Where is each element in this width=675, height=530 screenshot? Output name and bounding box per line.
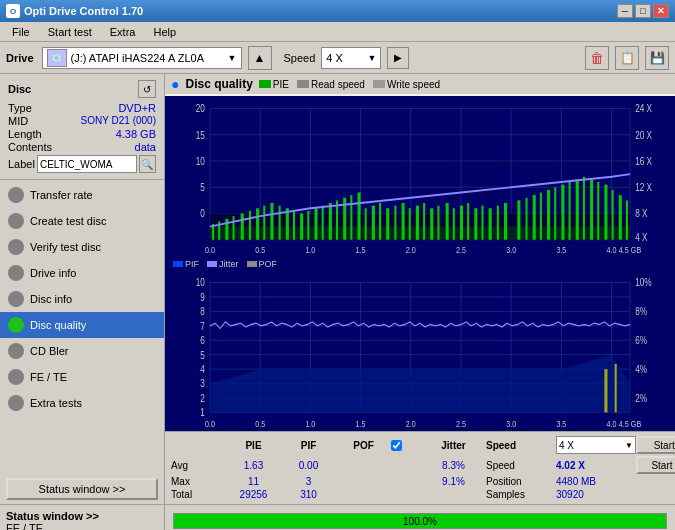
svg-text:15: 15 <box>196 129 205 141</box>
svg-text:2%: 2% <box>635 391 647 403</box>
maximize-button[interactable]: □ <box>635 4 651 18</box>
avg-pie: 1.63 <box>226 460 281 471</box>
sidebar-label-extra-tests: Extra tests <box>30 397 82 409</box>
start-full-button[interactable]: Start full <box>636 436 675 454</box>
start-part-button[interactable]: Start part <box>636 456 675 474</box>
erase-button[interactable]: 🗑 <box>585 46 609 70</box>
legend-read-speed: Read speed <box>297 79 365 90</box>
total-pie: 29256 <box>226 489 281 500</box>
svg-rect-26 <box>263 206 265 240</box>
svg-text:10%: 10% <box>635 276 652 288</box>
speed-select[interactable]: 4 X ▼ <box>321 47 381 69</box>
charts-container: 20 15 10 5 0 24 X 20 X 16 X 12 X 8 X 4 X… <box>165 96 675 431</box>
menu-help[interactable]: Help <box>145 24 184 40</box>
svg-text:4: 4 <box>200 363 205 375</box>
content-area: ● Disc quality PIE Read speed Write spee… <box>165 74 675 504</box>
sidebar-item-disc-quality[interactable]: Disc quality <box>0 312 164 338</box>
svg-rect-28 <box>279 206 281 240</box>
label-browse-button[interactable]: 🔍 <box>139 155 156 173</box>
pie-header: PIE <box>226 440 281 451</box>
disc-refresh-button[interactable]: ↺ <box>138 80 156 98</box>
status-window-label: Status window >> <box>6 510 158 522</box>
start-full-container: Start full <box>636 436 675 454</box>
bottom-bar: Status window >> FE / TE Test completed … <box>0 504 675 530</box>
svg-text:24 X: 24 X <box>635 102 652 114</box>
minimize-button[interactable]: ─ <box>617 4 633 18</box>
svg-text:4.5 GB: 4.5 GB <box>619 419 642 429</box>
pof-legend-box <box>247 261 257 267</box>
menu-extra[interactable]: Extra <box>102 24 144 40</box>
drive-info-icon <box>8 265 24 281</box>
eject-button[interactable]: ▲ <box>248 46 272 70</box>
svg-rect-47 <box>416 206 419 240</box>
avg-label: Avg <box>171 460 226 471</box>
svg-text:4%: 4% <box>635 363 647 375</box>
speed-apply-button[interactable]: ▶ <box>387 47 409 69</box>
svg-text:3.0: 3.0 <box>506 419 516 429</box>
sidebar-item-transfer-rate[interactable]: Transfer rate <box>0 182 164 208</box>
svg-rect-53 <box>460 206 463 240</box>
sidebar-label-fe-te: FE / TE <box>30 371 67 383</box>
create-test-disc-icon <box>8 213 24 229</box>
svg-rect-64 <box>547 190 550 240</box>
label-input[interactable] <box>37 155 137 173</box>
chart2-svg: 10 9 8 7 6 5 4 3 2 1 10% 8% 6% 4% 2% <box>169 272 671 430</box>
speed-dropdown[interactable]: 4 X ▼ <box>556 436 636 454</box>
svg-text:4.5 GB: 4.5 GB <box>619 245 642 255</box>
sidebar-label-verify-test-disc: Verify test disc <box>30 241 101 253</box>
menu-start-test[interactable]: Start test <box>40 24 100 40</box>
svg-rect-41 <box>372 206 375 240</box>
chart1-svg: 20 15 10 5 0 24 X 20 X 16 X 12 X 8 X 4 X… <box>169 98 671 256</box>
speed-dropdown-arrow: ▼ <box>625 441 633 450</box>
sidebar-item-drive-info[interactable]: Drive info <box>0 260 164 286</box>
sidebar-item-cd-bler[interactable]: CD Bler <box>0 338 164 364</box>
pie-legend-box <box>259 80 271 88</box>
svg-text:5: 5 <box>200 181 205 193</box>
svg-rect-34 <box>322 206 324 240</box>
sidebar-item-extra-tests[interactable]: Extra tests <box>0 390 164 416</box>
svg-rect-50 <box>437 206 439 240</box>
pof-legend-label: POF <box>259 259 278 269</box>
status-section: Status window >> FE / TE Test completed <box>0 505 165 530</box>
svg-rect-27 <box>270 203 273 240</box>
sidebar-item-fe-te[interactable]: FE / TE <box>0 364 164 390</box>
drive-value: (J:) ATAPI iHAS224 A ZL0A <box>71 52 204 64</box>
save-button[interactable]: 💾 <box>645 46 669 70</box>
svg-rect-69 <box>583 177 585 240</box>
contents-label: Contents <box>8 141 52 153</box>
jitter-legend: Jitter <box>207 259 239 269</box>
max-label: Max <box>171 476 226 487</box>
disc-info-icon <box>8 291 24 307</box>
svg-text:8%: 8% <box>635 305 647 317</box>
sidebar-item-create-test-disc[interactable]: Create test disc <box>0 208 164 234</box>
svg-rect-60 <box>517 200 520 239</box>
jitter-legend-label: Jitter <box>219 259 239 269</box>
pif-legend-box <box>173 261 183 267</box>
svg-rect-25 <box>256 208 259 240</box>
jitter-checkbox[interactable] <box>391 440 402 451</box>
status-window-button[interactable]: Status window >> <box>6 478 158 500</box>
samples-value: 30920 <box>556 489 636 500</box>
drive-select[interactable]: 💿 (J:) ATAPI iHAS224 A ZL0A ▼ <box>42 47 242 69</box>
drive-label: Drive <box>6 52 34 64</box>
sidebar-item-disc-info[interactable]: Disc info <box>0 286 164 312</box>
sidebar-item-verify-test-disc[interactable]: Verify test disc <box>0 234 164 260</box>
svg-text:1: 1 <box>200 406 205 418</box>
close-button[interactable]: ✕ <box>653 4 669 18</box>
mid-label: MID <box>8 115 28 127</box>
speed-label: Speed <box>284 52 316 64</box>
svg-text:1.0: 1.0 <box>305 419 315 429</box>
read-legend-label: Read speed <box>311 79 365 90</box>
copy-button[interactable]: 📋 <box>615 46 639 70</box>
length-value: 4.38 GB <box>116 128 156 140</box>
svg-rect-44 <box>394 206 396 240</box>
svg-text:2.5: 2.5 <box>456 245 466 255</box>
menu-file[interactable]: File <box>4 24 38 40</box>
sidebar-label-cd-bler: CD Bler <box>30 345 69 357</box>
svg-text:12 X: 12 X <box>635 181 652 193</box>
svg-rect-75 <box>626 200 628 239</box>
svg-rect-119 <box>604 369 607 412</box>
svg-text:2.5: 2.5 <box>456 419 466 429</box>
svg-rect-23 <box>241 214 244 240</box>
sidebar-label-transfer-rate: Transfer rate <box>30 189 93 201</box>
